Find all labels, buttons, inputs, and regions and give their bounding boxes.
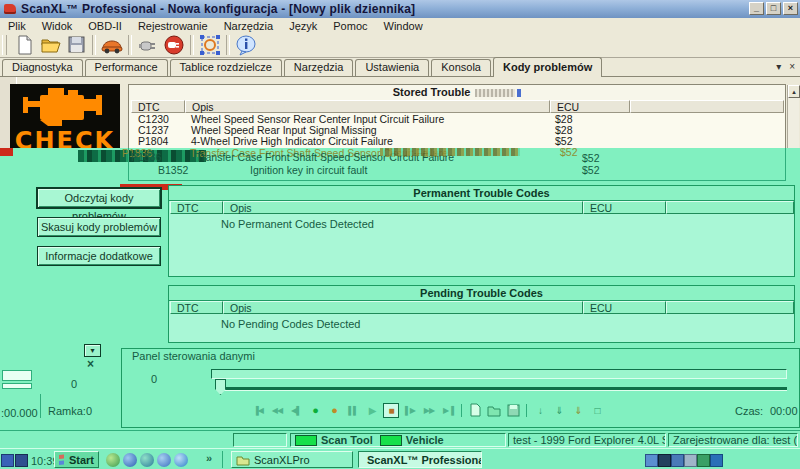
glitch-value: 0 [71, 378, 77, 390]
vertical-scrollbar[interactable]: ▴ [787, 85, 799, 148]
glitch-time-text: :00.000 [1, 407, 38, 419]
tab-close-icon[interactable]: × [789, 61, 795, 72]
tab-konsola[interactable]: Konsola [431, 59, 491, 76]
scroll-up-icon[interactable]: ▴ [788, 85, 800, 98]
stored-trouble-group: Stored Trouble DTC Opis ECU C1230 Wheel … [128, 84, 786, 148]
toolbar-separator [526, 404, 527, 417]
menu-widok[interactable]: Widok [34, 20, 81, 32]
skip-start-button[interactable]: ▐◀ [250, 403, 266, 418]
display-tray-icon[interactable] [645, 454, 658, 467]
quicklaunch-icon-3[interactable] [140, 453, 154, 467]
tab-strip: Diagnostyka Performance Tablice rozdziel… [0, 58, 800, 77]
clear-codes-button[interactable]: Skasuj kody problemów [37, 217, 161, 237]
menu-plik[interactable]: Plik [0, 20, 34, 32]
menu-jezyk[interactable]: Język [281, 20, 325, 32]
table-row[interactable]: B1352 Ignition key in circuit fault $52 [0, 165, 800, 176]
stored-col-extra[interactable] [630, 100, 784, 113]
monitor-icon[interactable]: □ [589, 403, 605, 418]
stored-col-ecu[interactable]: ECU [550, 100, 630, 113]
taskbar-item-scanxlpro[interactable]: ScanXLPro [231, 451, 353, 468]
open-file-icon[interactable] [37, 34, 63, 57]
new-file-icon[interactable] [11, 34, 37, 57]
pending-col-extra[interactable] [666, 301, 794, 314]
save-log-icon[interactable] [505, 403, 521, 418]
pending-col-ecu[interactable]: ECU [583, 301, 666, 314]
quicklaunch-icon-5[interactable] [174, 453, 188, 467]
taskbar-item-scanxl-professional[interactable]: ScanXL™ Professional... [358, 451, 482, 468]
settings-tray-icon[interactable] [684, 454, 697, 467]
fast-forward-button[interactable]: ▶▶ [421, 403, 437, 418]
tab-performance[interactable]: Performance [85, 59, 168, 76]
frame-slider-thumb[interactable] [215, 379, 226, 395]
start-button[interactable]: Start [54, 451, 99, 468]
save-file-icon[interactable] [63, 34, 89, 57]
tray-glitch-icon[interactable] [15, 454, 28, 467]
position-slider-track[interactable] [211, 369, 787, 379]
pause-button[interactable]: ▌▌ [345, 403, 361, 418]
stop-button[interactable]: ■ [383, 403, 399, 418]
close-button[interactable]: × [783, 2, 798, 15]
record-green-button[interactable]: ● [307, 403, 323, 418]
connect-icon[interactable] [135, 34, 161, 57]
tab-dropdown-icon[interactable]: ▾ [776, 61, 781, 72]
menu-pomoc[interactable]: Pomoc [325, 20, 375, 32]
volume-tray-icon[interactable] [697, 454, 710, 467]
reset-icon[interactable]: ↓ [532, 403, 548, 418]
menu-window[interactable]: Window [376, 20, 431, 32]
frame-slider-track[interactable] [222, 387, 787, 391]
tab-ustawienia[interactable]: Ustawienia [355, 59, 429, 76]
vehicle-desc-cell: test - 1999 Ford Explorer 4.0L SOHC [508, 433, 666, 447]
vehicle-icon[interactable] [99, 34, 125, 57]
download-green-icon[interactable]: ⇓ [551, 403, 567, 418]
pending-col-dtc[interactable]: DTC [170, 301, 223, 314]
window-titlebar[interactable]: ScanXL™ Professional - Nowa konfiguracja… [0, 0, 800, 18]
glitch-artifact [380, 148, 520, 156]
menu-narzedzia[interactable]: Narzędzia [216, 20, 282, 32]
menu-rejestrowanie[interactable]: Rejestrowanie [130, 20, 216, 32]
skip-end-button[interactable]: ▶▐ [440, 403, 456, 418]
tab-diagnostyka[interactable]: Diagnostyka [2, 59, 83, 76]
permanent-col-ecu[interactable]: ECU [583, 201, 666, 214]
tray-glitch-icon[interactable] [1, 454, 14, 467]
stored-col-dtc[interactable]: DTC [131, 100, 185, 113]
quicklaunch-icon-4[interactable] [157, 453, 171, 467]
minimize-button[interactable]: _ [749, 2, 764, 15]
quicklaunch-overflow-icon[interactable]: » [206, 452, 212, 464]
tab-tablice-rozdzielcze[interactable]: Tablice rozdzielcze [170, 59, 282, 76]
restore-button[interactable]: □ [766, 2, 781, 15]
additional-info-button[interactable]: Informacje dodatkowe [37, 246, 161, 266]
glitch-dropdown-icon[interactable]: ▾ [84, 344, 101, 357]
network-tray-icon[interactable] [671, 454, 684, 467]
new-log-icon[interactable] [467, 403, 483, 418]
tab-narzedzia[interactable]: Narzędzia [284, 59, 354, 76]
table-row-glitched[interactable]: P1836 P1836 Transfer Case Front Shaft Sp… [0, 149, 800, 162]
slider-min-label: 0 [151, 373, 157, 385]
permanent-col-extra[interactable] [666, 201, 794, 214]
tab-kody-problemow[interactable]: Kody problemów [493, 57, 602, 77]
about-icon[interactable] [233, 34, 259, 57]
disconnect-icon[interactable] [161, 34, 187, 57]
toolbar-separator [226, 35, 230, 55]
quicklaunch-icon-2[interactable] [123, 453, 137, 467]
quicklaunch-icon-1[interactable] [106, 453, 120, 467]
step-forward-button[interactable]: ▌▶ [402, 403, 418, 418]
update-tray-icon[interactable] [710, 454, 723, 467]
open-log-icon[interactable] [486, 403, 502, 418]
rewind-button[interactable]: ◀◀ [269, 403, 285, 418]
permanent-col-opis[interactable]: Opis [223, 201, 583, 214]
permanent-col-dtc[interactable]: DTC [170, 201, 223, 214]
dashboard-designer-icon[interactable] [197, 34, 223, 57]
record-orange-button[interactable]: ● [326, 403, 342, 418]
menu-obd2[interactable]: OBD-II [80, 20, 130, 32]
play-button[interactable]: ▶ [364, 403, 380, 418]
glitch-close-icon[interactable]: × [87, 357, 94, 371]
read-codes-button[interactable]: Odczytaj kody problemów [37, 188, 161, 208]
stored-col-opis[interactable]: Opis [185, 100, 550, 113]
table-row[interactable]: P1804 4-Wheel Drive High Indicator Circu… [129, 136, 784, 147]
step-back-button[interactable]: ◀▌ [288, 403, 304, 418]
toolbar-separator [190, 35, 194, 55]
toolbar-drag-handle[interactable] [2, 35, 7, 55]
security-tray-icon[interactable] [658, 454, 671, 467]
download-yellow-icon[interactable]: ⇓ [570, 403, 586, 418]
pending-col-opis[interactable]: Opis [223, 301, 583, 314]
